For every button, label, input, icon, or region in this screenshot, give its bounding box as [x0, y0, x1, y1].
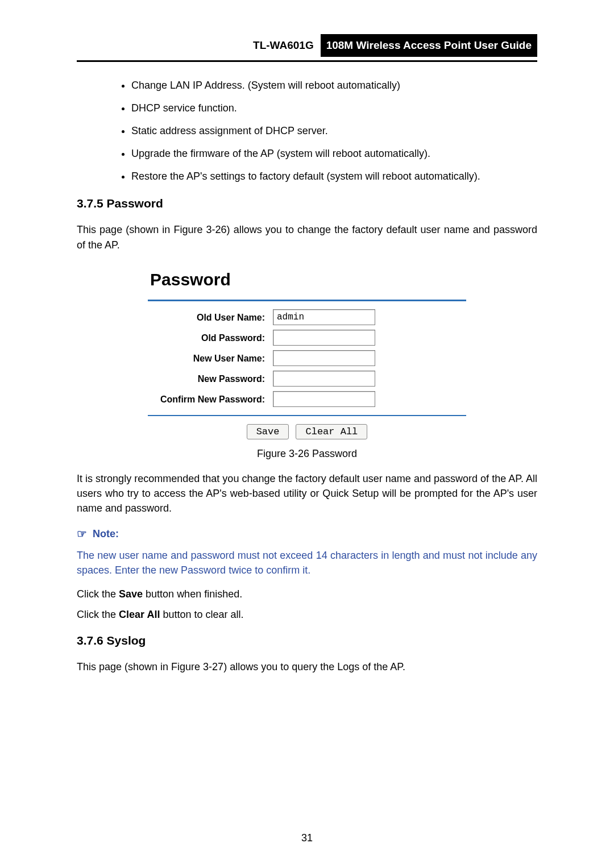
figure-password-panel: Password Old User Name: Old Password: Ne…	[148, 263, 466, 440]
new-pass-input[interactable]	[273, 371, 375, 387]
list-item: DHCP service function.	[131, 101, 537, 115]
old-user-label: Old User Name:	[148, 311, 273, 324]
bold-clear: Clear All	[119, 609, 160, 620]
model-text: TL-WA601G	[253, 38, 314, 53]
pointing-hand-icon: ☞	[77, 528, 87, 539]
page-number: 31	[0, 830, 614, 845]
figure-title: Password	[148, 263, 466, 300]
old-pass-label: Old Password:	[148, 331, 273, 344]
row-confirm-pass: Confirm New Password:	[148, 391, 466, 407]
new-user-label: New User Name:	[148, 352, 273, 365]
note-label: Note:	[93, 526, 119, 541]
new-user-input[interactable]	[273, 350, 375, 366]
confirm-pass-input[interactable]	[273, 391, 375, 407]
list-item: Change LAN IP Address. (System will rebo…	[131, 78, 537, 93]
old-user-input[interactable]	[273, 309, 375, 325]
divider	[148, 415, 466, 416]
button-row: Save Clear All	[148, 424, 466, 439]
text: button to clear all.	[160, 609, 243, 620]
list-item: Restore the AP's settings to factory def…	[131, 169, 537, 184]
divider	[148, 300, 466, 301]
syslog-body: This page (shown in Figure 3-27) allows …	[77, 659, 537, 674]
click-save-line: Click the Save button when finished.	[77, 587, 537, 601]
old-pass-input[interactable]	[273, 330, 375, 346]
save-button[interactable]: Save	[247, 424, 289, 439]
list-item: Upgrade the firmware of the AP (system w…	[131, 146, 537, 161]
text: Click the	[77, 609, 119, 620]
page-header: TL-WA601G 108M Wireless Access Point Use…	[77, 34, 537, 62]
password-intro: This page (shown in Figure 3-26) allows …	[77, 222, 537, 252]
text: button when finished.	[143, 588, 242, 600]
clear-all-button[interactable]: Clear All	[296, 424, 367, 439]
new-pass-label: New Password:	[148, 372, 273, 385]
section-password-heading: 3.7.5 Password	[77, 195, 537, 212]
list-item: Static address assignment of DHCP server…	[131, 123, 537, 138]
bold-save: Save	[119, 588, 143, 600]
click-clear-line: Click the Clear All button to clear all.	[77, 607, 537, 622]
row-old-user: Old User Name:	[148, 309, 466, 325]
row-old-pass: Old Password:	[148, 330, 466, 346]
text: Click the	[77, 588, 119, 600]
guide-title: 108M Wireless Access Point User Guide	[321, 34, 537, 57]
confirm-pass-label: Confirm New Password:	[148, 393, 273, 406]
row-new-user: New User Name:	[148, 350, 466, 366]
figure-caption: Figure 3-26 Password	[77, 446, 537, 461]
row-new-pass: New Password:	[148, 371, 466, 387]
after-figure-text: It is strongly recommended that you chan…	[77, 471, 537, 516]
reboot-list: Change LAN IP Address. (System will rebo…	[77, 78, 537, 184]
note-heading: ☞ Note:	[77, 526, 537, 541]
note-body: The new user name and password must not …	[77, 548, 537, 578]
section-syslog-heading: 3.7.6 Syslog	[77, 632, 537, 649]
